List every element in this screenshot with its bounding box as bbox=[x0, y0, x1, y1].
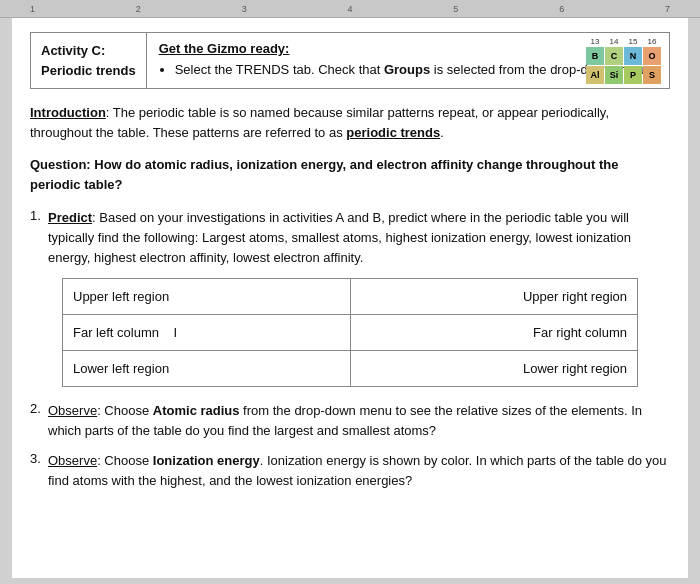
item-3-observe: 3. Observe: Choose Ionization energy. Io… bbox=[30, 451, 670, 491]
ruler-mark-1: 1 bbox=[30, 4, 35, 14]
predict-label: Predict bbox=[48, 210, 92, 225]
cell-far-right[interactable]: Far right column bbox=[350, 314, 638, 350]
cell-upper-right[interactable]: Upper right region bbox=[350, 278, 638, 314]
pt-num-14: 14 bbox=[605, 37, 623, 46]
ruler-marks: 1 2 3 4 5 6 7 bbox=[10, 4, 690, 14]
pt-num-15: 15 bbox=[624, 37, 642, 46]
item-1-num: 1. bbox=[30, 208, 48, 268]
observe-label-2: Observe bbox=[48, 403, 97, 418]
activity-instruction: Select the TRENDS tab. Check that Groups… bbox=[175, 60, 657, 80]
pt-numbers-row: 13 14 15 16 bbox=[586, 37, 661, 46]
item-3-text: Observe: Choose Ionization energy. Ioniz… bbox=[48, 451, 670, 491]
question-label: Question: How do atomic radius, ionizati… bbox=[30, 157, 618, 192]
item-1-predict: 1. Predict: Based on your investigations… bbox=[30, 208, 670, 268]
pt-row2: Al Si P S bbox=[586, 66, 661, 84]
intro-periodic-trends: periodic trends bbox=[346, 125, 440, 140]
item-3-num: 3. bbox=[30, 451, 48, 491]
item-1-text: Predict: Based on your investigations in… bbox=[48, 208, 670, 268]
table-row: Lower left region Lower right region bbox=[63, 350, 638, 386]
pt-cell-n: N bbox=[624, 47, 642, 65]
pt-cell-si: Si bbox=[605, 66, 623, 84]
pt-num-13: 13 bbox=[586, 37, 604, 46]
ruler-mark-4: 4 bbox=[347, 4, 352, 14]
cell-lower-left[interactable]: Lower left region bbox=[63, 350, 351, 386]
cell-upper-left[interactable]: Upper left region bbox=[63, 278, 351, 314]
pt-cell-s: S bbox=[643, 66, 661, 84]
ruler-mark-5: 5 bbox=[453, 4, 458, 14]
pt-cell-p: P bbox=[624, 66, 642, 84]
intro-bold-label: Introduction bbox=[30, 105, 106, 120]
predict-table: Upper left region Upper right region Far… bbox=[62, 278, 638, 387]
pt-num-16: 16 bbox=[643, 37, 661, 46]
item-3-body1: : Choose bbox=[97, 453, 153, 468]
activity-c-label: Activity C: bbox=[41, 43, 105, 58]
item-2-num: 2. bbox=[30, 401, 48, 441]
page-content: Activity C: Periodic trends Get the Gizm… bbox=[12, 18, 688, 578]
ruler-mark-7: 7 bbox=[665, 4, 670, 14]
item-2-observe: 2. Observe: Choose Atomic radius from th… bbox=[30, 401, 670, 441]
activity-subtitle: Periodic trends bbox=[41, 63, 136, 78]
intro-text1: : The periodic table is so named because… bbox=[30, 105, 609, 140]
ruler: 1 2 3 4 5 6 7 bbox=[0, 0, 700, 18]
intro-text2: . bbox=[440, 125, 444, 140]
pt-cell-b: B bbox=[586, 47, 604, 65]
cell-lower-right[interactable]: Lower right region bbox=[350, 350, 638, 386]
ruler-mark-2: 2 bbox=[136, 4, 141, 14]
pt-mini-container: 13 14 15 16 B C N O Al Si P S bbox=[586, 37, 661, 84]
question-text: Question: How do atomic radius, ionizati… bbox=[30, 155, 670, 195]
activity-header: Activity C: Periodic trends Get the Gizm… bbox=[30, 32, 670, 89]
table-row: Far left column I Far right column bbox=[63, 314, 638, 350]
activity-label: Activity C: Periodic trends bbox=[31, 33, 147, 88]
ionization-energy-label: Ionization energy bbox=[153, 453, 260, 468]
pt-cell-al: Al bbox=[586, 66, 604, 84]
activity-title: Get the Gizmo ready: bbox=[159, 41, 657, 56]
pt-cell-o: O bbox=[643, 47, 661, 65]
item-1-body: : Based on your investigations in activi… bbox=[48, 210, 631, 265]
ruler-mark-3: 3 bbox=[242, 4, 247, 14]
introduction-paragraph: Introduction: The periodic table is so n… bbox=[30, 103, 670, 143]
item-2-body1: : Choose bbox=[97, 403, 153, 418]
pt-row1: B C N O bbox=[586, 47, 661, 65]
table-row: Upper left region Upper right region bbox=[63, 278, 638, 314]
ruler-mark-6: 6 bbox=[559, 4, 564, 14]
item-2-text: Observe: Choose Atomic radius from the d… bbox=[48, 401, 670, 441]
observe-label-3: Observe bbox=[48, 453, 97, 468]
pt-cell-c: C bbox=[605, 47, 623, 65]
cell-far-left[interactable]: Far left column I bbox=[63, 314, 351, 350]
atomic-radius-label: Atomic radius bbox=[153, 403, 240, 418]
